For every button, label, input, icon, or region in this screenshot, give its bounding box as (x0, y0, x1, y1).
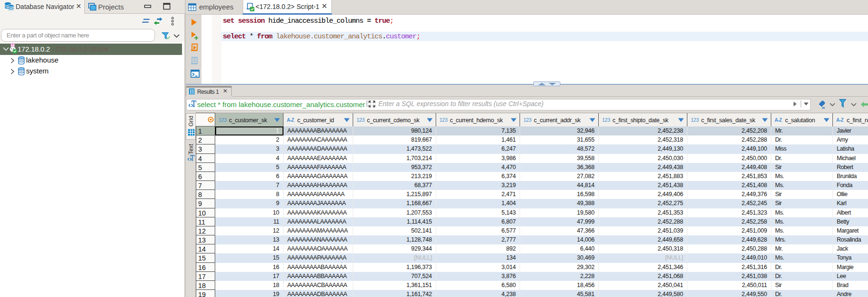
svg-text:Text: Text (188, 144, 194, 154)
svg-text:Grid: Grid (188, 116, 194, 126)
